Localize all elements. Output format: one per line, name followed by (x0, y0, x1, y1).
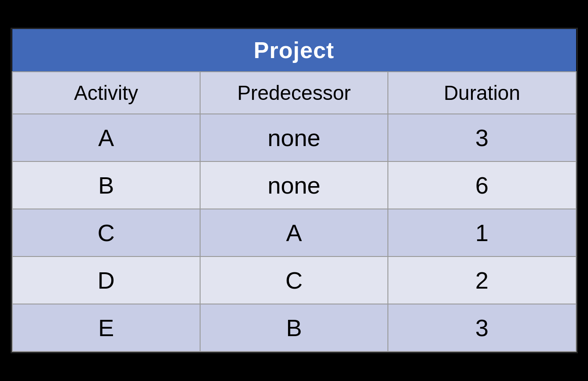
column-header-row: Activity Predecessor Duration (12, 72, 576, 114)
table-row: E B 3 (12, 304, 576, 352)
cell-activity-3: D (12, 256, 200, 304)
col-header-predecessor: Predecessor (200, 72, 388, 114)
cell-duration-3: 2 (388, 256, 576, 304)
cell-predecessor-0: none (200, 114, 388, 161)
table-row: B none 6 (12, 161, 576, 209)
project-table: Project Activity Predecessor Duration A … (11, 28, 578, 353)
cell-duration-0: 3 (388, 114, 576, 161)
cell-activity-0: A (12, 114, 200, 161)
cell-duration-1: 6 (388, 161, 576, 209)
table-title-row: Project (12, 29, 576, 72)
table-row: D C 2 (12, 256, 576, 304)
table-row: C A 1 (12, 209, 576, 256)
cell-duration-2: 1 (388, 209, 576, 256)
col-header-duration: Duration (388, 72, 576, 114)
cell-activity-1: B (12, 161, 200, 209)
table-title: Project (12, 29, 576, 72)
cell-predecessor-2: A (200, 209, 388, 256)
col-header-activity: Activity (12, 72, 200, 114)
cell-duration-4: 3 (388, 304, 576, 352)
cell-predecessor-4: B (200, 304, 388, 352)
cell-predecessor-3: C (200, 256, 388, 304)
cell-activity-2: C (12, 209, 200, 256)
cell-activity-4: E (12, 304, 200, 352)
table-row: A none 3 (12, 114, 576, 161)
cell-predecessor-1: none (200, 161, 388, 209)
